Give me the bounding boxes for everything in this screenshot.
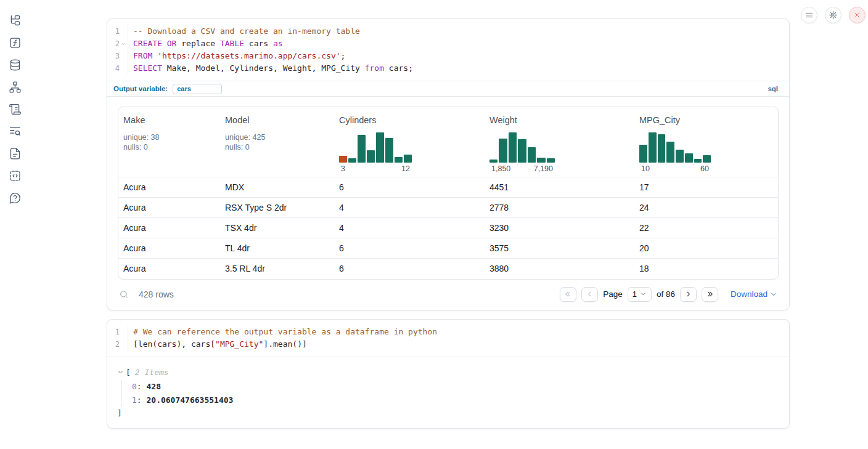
menu-button[interactable] <box>801 7 817 23</box>
table-row[interactable]: AcuraRSX Type S 2dr4277824 <box>118 198 779 218</box>
close-icon <box>853 10 862 20</box>
sidebar-log-search-icon[interactable] <box>9 125 22 138</box>
histogram-bar[interactable] <box>658 134 666 163</box>
chevron-down-icon <box>640 291 647 297</box>
column-header-Make[interactable]: Makeunique: 38nulls: 0 <box>118 107 220 177</box>
table-row[interactable]: Acura3.5 RL 4dr6388018 <box>118 259 779 279</box>
output-variable-label: Output variable: <box>113 85 168 92</box>
notebook-area: 1-- Download a CSV and create an in-memo… <box>107 18 790 429</box>
histogram-bar[interactable] <box>499 139 507 163</box>
sidebar-file-tree-icon[interactable] <box>9 14 22 27</box>
table-cell: 3880 <box>485 259 634 279</box>
column-header-MPG_City[interactable]: MPG_City1060 <box>634 107 779 177</box>
histogram-bar[interactable] <box>489 160 497 163</box>
column-header-Cylinders[interactable]: Cylinders312 <box>334 107 485 177</box>
table-row[interactable]: AcuraTSX 4dr4323022 <box>118 218 779 238</box>
items-count-label: 2 Items <box>135 368 169 377</box>
sidebar-document-icon[interactable] <box>9 147 22 160</box>
histogram-bar[interactable] <box>518 139 526 163</box>
sidebar-dependency-graph-icon[interactable] <box>9 81 22 94</box>
table-cell: 6 <box>334 238 485 259</box>
histogram-MPG_City: 1060 <box>639 130 711 173</box>
histogram-bar[interactable] <box>358 135 366 163</box>
first-page-button[interactable] <box>560 287 576 302</box>
histogram-bar[interactable] <box>547 158 555 163</box>
histogram-bar[interactable] <box>404 155 412 163</box>
data-table-card: Makeunique: 38nulls: 0Modelunique: 425nu… <box>118 107 779 280</box>
histogram-bar[interactable] <box>676 150 684 163</box>
search-icon[interactable] <box>119 289 129 299</box>
histogram-bar[interactable] <box>376 132 384 163</box>
sidebar-scroll-icon[interactable] <box>9 103 22 116</box>
column-title: Cylinders <box>339 115 480 125</box>
table-cell: Acura <box>118 218 220 238</box>
table-cell: RSX Type S 2dr <box>220 198 334 218</box>
table-cell: 20 <box>634 238 779 259</box>
tree-root-row: [ 2 Items <box>117 366 779 379</box>
histogram-bar[interactable] <box>703 155 711 163</box>
prev-page-button[interactable] <box>581 287 598 302</box>
histogram-bar[interactable] <box>694 159 702 163</box>
column-title: Weight <box>489 115 629 125</box>
language-badge[interactable]: sql <box>768 85 778 92</box>
table-footer: 428 rows Page <box>118 287 779 302</box>
row-count: 428 rows <box>139 289 174 299</box>
histogram-bar[interactable] <box>395 157 403 163</box>
topbar-actions <box>801 7 866 23</box>
table-cell: Acura <box>118 198 220 218</box>
table-cell: 3230 <box>485 218 634 238</box>
histogram-bar[interactable] <box>339 156 347 163</box>
histogram-bar[interactable] <box>367 150 375 163</box>
column-header-Weight[interactable]: Weight1,8507,190 <box>485 107 634 177</box>
histogram-bar[interactable] <box>639 145 647 163</box>
last-page-button[interactable] <box>702 287 718 302</box>
histogram-bar[interactable] <box>509 132 517 163</box>
tree-entry-value: 428 <box>146 382 160 391</box>
histogram-bar[interactable] <box>666 142 674 163</box>
column-title: Model <box>225 115 329 125</box>
code-text: SELECT Make, Model, Cylinders, Weight, M… <box>128 62 413 75</box>
table-cell: 4 <box>334 218 485 238</box>
python-cell-output: [ 2 Items 0: 4281: 20.060747663551403 ] <box>107 357 789 428</box>
chevron-right-icon <box>684 290 692 298</box>
histogram-Weight: 1,8507,190 <box>489 130 555 173</box>
tree-entry-value: 20.060747663551403 <box>146 395 233 405</box>
table-row[interactable]: AcuraTL 4dr6357520 <box>118 238 779 259</box>
table-cell: 4 <box>334 198 485 218</box>
python-cell: 1# We can reference the output variable … <box>107 319 790 429</box>
histogram-bar[interactable] <box>685 153 693 163</box>
sidebar-database-icon[interactable] <box>9 59 22 71</box>
output-variable-input[interactable] <box>173 84 222 94</box>
table-cell: 2778 <box>485 198 634 218</box>
chevron-down-icon[interactable] <box>117 369 124 376</box>
table-cell: Acura <box>118 238 220 259</box>
histogram-Cylinders: 312 <box>339 130 412 173</box>
tree-entry-key: 0 <box>132 382 137 391</box>
shutdown-button[interactable] <box>849 7 866 23</box>
line-number: 2 <box>107 338 128 350</box>
chevron-left-icon <box>586 290 594 298</box>
table-row[interactable]: AcuraMDX6445117 <box>118 177 779 198</box>
download-button[interactable]: Download <box>731 289 777 299</box>
next-page-button[interactable] <box>680 287 697 302</box>
histogram-bar[interactable] <box>649 132 657 163</box>
histogram-bar[interactable] <box>528 147 536 163</box>
page-select[interactable]: 1 <box>628 287 652 302</box>
settings-button[interactable] <box>825 7 841 23</box>
sql-code-editor[interactable]: 1-- Download a CSV and create an in-memo… <box>107 19 789 81</box>
sidebar-function-icon[interactable] <box>9 36 22 49</box>
column-header-Model[interactable]: Modelunique: 425nulls: 0 <box>220 107 334 177</box>
sidebar-snippets-icon[interactable] <box>9 169 22 182</box>
histogram-bar[interactable] <box>537 158 545 163</box>
code-text: [len(cars), cars["MPG_City"].mean()] <box>128 338 307 350</box>
page-select-value: 1 <box>633 289 637 299</box>
python-code-editor[interactable]: 1# We can reference the output variable … <box>107 320 789 357</box>
histogram-bar[interactable] <box>385 138 393 163</box>
pagination: Page 1 of 86 <box>560 287 777 302</box>
code-text: # We can reference the output variable a… <box>128 326 437 338</box>
sidebar-help-icon[interactable] <box>9 192 22 204</box>
histogram-bar[interactable] <box>348 158 356 163</box>
line-number: 3 <box>107 50 128 62</box>
chevron-down-icon <box>770 291 777 298</box>
fold-chevron-icon[interactable] <box>121 41 126 47</box>
